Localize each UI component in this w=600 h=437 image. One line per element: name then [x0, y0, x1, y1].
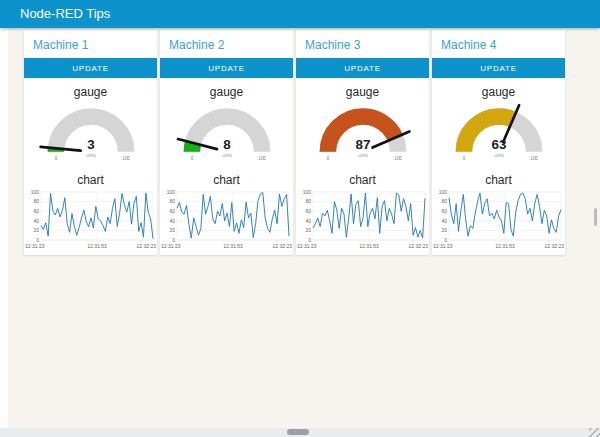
gauge-needle: [40, 147, 80, 151]
gauge-units-label: units: [222, 153, 232, 158]
chart-ytick-label: 60: [305, 208, 311, 214]
chart-svg: 02040608010012:31:2312:31:5312:32:23: [432, 188, 565, 254]
chart-xtick-label: 12:32:23: [409, 243, 429, 249]
gauge-widget: gauge 63units0100: [432, 85, 565, 166]
chart-ytick-label: 20: [441, 227, 447, 233]
chart-ytick-label: 60: [169, 208, 175, 214]
chart-ytick-label: 100: [167, 189, 176, 195]
chart-xtick-label: 12:31:23: [161, 243, 181, 249]
horizontal-scrollbar[interactable]: [0, 428, 600, 437]
chart-ytick-label: 20: [305, 227, 311, 233]
chart-xtick-label: 12:31:53: [223, 243, 243, 249]
gauge-title: gauge: [24, 85, 157, 99]
chart-widget: chart 02040608010012:31:2312:31:5312:32:…: [24, 173, 157, 254]
chart-ytick-label: 80: [305, 199, 311, 205]
chart-xtick-label: 12:31:23: [297, 243, 317, 249]
chart-title: chart: [296, 173, 429, 187]
chart-ytick-label: 100: [303, 189, 312, 195]
chart-xtick-label: 12:31:53: [495, 243, 515, 249]
gauge-widget: gauge 87units0100: [296, 85, 429, 166]
gauge-widget: gauge 8units0100: [160, 85, 293, 166]
chart-svg: 02040608010012:31:2312:31:5312:32:23: [296, 188, 429, 254]
chart-widget: chart 02040608010012:31:2312:31:5312:32:…: [296, 173, 429, 254]
update-button[interactable]: UPDATE: [432, 58, 565, 78]
chart-ytick-label: 40: [33, 218, 39, 224]
gauge-units-label: units: [494, 153, 504, 158]
gauge-svg: 87units0100: [301, 100, 425, 166]
chart-ytick-label: 40: [305, 218, 311, 224]
gauge-max-label: 100: [530, 156, 538, 161]
machine-title: Machine 1: [24, 30, 157, 58]
chart-xtick-label: 12:31:23: [25, 243, 45, 249]
horizontal-scrollbar-thumb[interactable]: [287, 429, 309, 435]
chart-xtick-label: 12:31:53: [359, 243, 379, 249]
app-header: Node-RED Tips: [0, 0, 600, 28]
machine-card: Machine 1 UPDATE gauge 3units0100 chart …: [24, 30, 157, 255]
gauge-title: gauge: [160, 85, 293, 99]
chart-ytick-label: 100: [439, 189, 448, 195]
gauge-units-label: units: [358, 153, 368, 158]
chart-xtick-label: 12:32:23: [545, 243, 565, 249]
gauge-units-label: units: [86, 153, 96, 158]
gauge-value: 3: [87, 137, 94, 152]
gauge-min-label: 0: [190, 156, 193, 161]
chart-ytick-label: 80: [33, 199, 39, 205]
gauge-value: 8: [223, 137, 231, 152]
gauge-svg: 3units0100: [29, 100, 153, 166]
gauge-max-label: 100: [258, 156, 266, 161]
gauge-title: gauge: [296, 85, 429, 99]
chart-widget: chart 02040608010012:31:2312:31:5312:32:…: [432, 173, 565, 254]
chart-ytick-label: 100: [31, 189, 40, 195]
chart-title: chart: [160, 173, 293, 187]
gauge-title: gauge: [432, 85, 565, 99]
machine-card: Machine 3 UPDATE gauge 87units0100 chart…: [296, 30, 429, 255]
chart-xtick-label: 12:32:23: [137, 243, 157, 249]
gauge-value: 63: [491, 137, 506, 152]
machine-card: Machine 4 UPDATE gauge 63units0100 chart…: [432, 30, 565, 255]
chart-ytick-label: 80: [169, 199, 175, 205]
chart-ytick-label: 0: [308, 237, 311, 243]
machine-title: Machine 3: [296, 30, 429, 58]
chart-ytick-label: 0: [36, 237, 39, 243]
app-title: Node-RED Tips: [20, 6, 110, 21]
update-button[interactable]: UPDATE: [296, 58, 429, 78]
chart-ytick-label: 60: [441, 208, 447, 214]
gauge-widget: gauge 3units0100: [24, 85, 157, 166]
chart-ytick-label: 60: [33, 208, 39, 214]
gauge-value: 87: [355, 137, 370, 152]
chart-svg: 02040608010012:31:2312:31:5312:32:23: [160, 188, 293, 254]
update-button[interactable]: UPDATE: [24, 58, 157, 78]
left-gutter: [0, 28, 8, 428]
gauge-min-label: 0: [326, 156, 329, 161]
gauge-svg: 8units0100: [165, 100, 289, 166]
chart-svg: 02040608010012:31:2312:31:5312:32:23: [24, 188, 157, 254]
resize-grip-icon: [589, 428, 600, 437]
chart-ytick-label: 0: [444, 237, 447, 243]
chart-ytick-label: 0: [172, 237, 175, 243]
gauge-max-label: 100: [394, 156, 402, 161]
chart-ytick-label: 40: [441, 218, 447, 224]
machine-card: Machine 2 UPDATE gauge 8units0100 chart …: [160, 30, 293, 255]
update-button[interactable]: UPDATE: [160, 58, 293, 78]
chart-ytick-label: 40: [169, 218, 175, 224]
gauge-min-label: 0: [54, 156, 57, 161]
gauge-min-label: 0: [462, 156, 465, 161]
chart-xtick-label: 12:32:23: [273, 243, 293, 249]
machine-row: Machine 1 UPDATE gauge 3units0100 chart …: [24, 30, 565, 255]
machine-title: Machine 4: [432, 30, 565, 58]
chart-ytick-label: 80: [441, 199, 447, 205]
chart-title: chart: [24, 173, 157, 187]
chart-title: chart: [432, 173, 565, 187]
chart-widget: chart 02040608010012:31:2312:31:5312:32:…: [160, 173, 293, 254]
chart-ytick-label: 20: [33, 227, 39, 233]
gauge-svg: 63units0100: [437, 100, 561, 166]
chart-xtick-label: 12:31:53: [87, 243, 107, 249]
machine-title: Machine 2: [160, 30, 293, 58]
vertical-scrollbar-thumb[interactable]: [594, 208, 597, 226]
gauge-max-label: 100: [122, 156, 130, 161]
chart-xtick-label: 12:31:23: [433, 243, 453, 249]
chart-ytick-label: 20: [169, 227, 175, 233]
